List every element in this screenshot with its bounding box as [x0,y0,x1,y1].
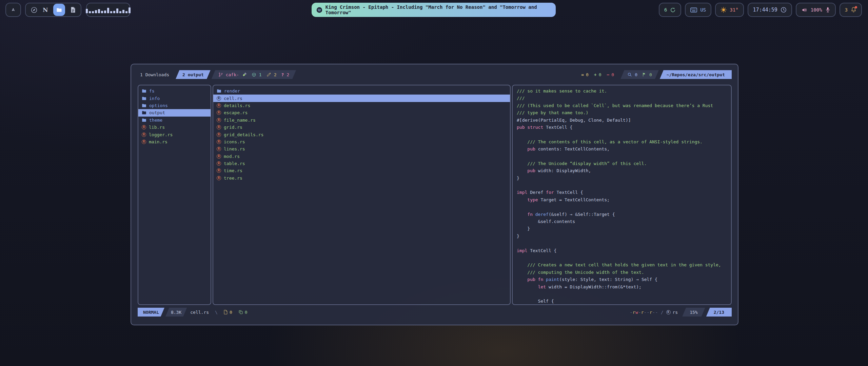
code-line: /// The contents of this cell, as a vect… [517,138,727,145]
file-row-time-rs[interactable]: Rtime.rs [213,167,510,174]
mode-indicator: NORMAL [138,308,164,317]
rust-file-icon: R [217,176,221,180]
code-line: pub fn paint(style: Style, text: String)… [517,276,727,283]
file-name-label: info [149,96,160,101]
file-name-label: cell.rs [224,96,242,101]
code-line [517,182,727,189]
code-line: } [517,175,727,182]
folder-icon [142,103,146,108]
file-manager-icon[interactable] [53,4,65,16]
terminal-window: 1 Downloads 2 output cafk- [131,64,738,325]
code-line: pub width: DisplayWidth, [517,167,727,174]
file-name-label: escape.rs [224,110,248,115]
update-icon [670,7,676,13]
file-row-info[interactable]: info [138,95,211,102]
rust-file-icon: R [142,133,146,137]
file-row-fs[interactable]: fs [138,87,211,95]
tab-output-active[interactable]: 2 output [176,70,211,79]
file-permissions: -rw-r--r-- [630,310,658,315]
file-row-grid-rs[interactable]: Rgrid.rs [213,124,510,131]
visualizer-bar [89,11,91,13]
rust-file-icon: R [217,110,221,115]
keyboard-layout-widget[interactable]: US [685,3,711,17]
visualizer-bar [113,11,115,13]
file-row-theme[interactable]: theme [138,117,211,124]
file-name-label: main.rs [149,139,167,144]
tab-downloads[interactable]: 1 Downloads [139,72,175,77]
file-row-logger-rs[interactable]: Rlogger.rs [138,131,211,138]
code-line: /// so it makes sense to cache it. [517,87,727,95]
dock: N [25,3,81,17]
file-row-grid-details-rs[interactable]: Rgrid_details.rs [213,131,510,138]
file-name-label: output [149,110,165,115]
file-row-main-rs[interactable]: Rmain.rs [138,138,211,145]
code-line [517,240,727,247]
code-line: impl Deref for TextCell { [517,189,727,196]
folder-icon [142,110,146,115]
code-line [517,290,727,298]
file-name-label: grid.rs [224,125,242,130]
clock-widget[interactable]: 17:44:59 [748,3,792,17]
file-row-output[interactable]: output [138,109,211,116]
visualizer-bar [92,11,94,13]
notifications-widget[interactable]: 3 [840,3,862,17]
rust-file-icon: R [217,125,221,129]
file-row-details-rs[interactable]: Rdetails.rs [213,102,510,109]
now-playing-widget[interactable]: King Crimson - Epitaph - Including "Marc… [312,3,556,17]
file-row-tree-rs[interactable]: Rtree.rs [213,175,510,182]
weather-widget[interactable]: 31° [715,3,744,17]
new-tasks: 0 [223,310,232,315]
keyboard-icon [690,7,697,13]
temperature-label: 31° [730,7,738,13]
code-line: } [517,225,727,232]
file-row-mod-rs[interactable]: Rmod.rs [213,153,510,160]
search-count: 0 [635,72,637,77]
pencil-icon [267,72,271,77]
file-row-lib-rs[interactable]: Rlib.rs [138,124,211,131]
launcher-arrow-icon [11,6,16,13]
file-row-table-rs[interactable]: Rtable.rs [213,160,510,167]
time-label: 17:44:59 [753,7,777,13]
notification-count: 3 [845,7,848,13]
stat-added: +0 [594,72,601,77]
cwd-path[interactable]: ~/Repos/eza/src/output [660,70,732,79]
file-row-options[interactable]: options [138,102,211,109]
file-name-label: options [149,103,168,108]
file-name-label: logger.rs [149,132,173,137]
scroll-percent: 15% [682,308,705,317]
code-line: pub contents: TextCellContents, [517,145,727,152]
preview-pane[interactable]: /// so it makes sense to cache it.//////… [512,85,732,305]
stat-removed: −0 [607,72,614,77]
code-line: /// [517,95,727,102]
launcher-button[interactable] [5,3,21,17]
code-line [517,254,727,261]
package-icon [252,72,256,77]
file-row-cell-rs[interactable]: Rcell.rs [213,95,510,102]
keyboard-layout-label: US [700,7,706,13]
file-row-icons-rs[interactable]: Ricons.rs [213,138,510,145]
code-line: let width = DisplayWidth::from(&*text); [517,283,727,290]
file-row-escape-rs[interactable]: Rescape.rs [213,109,510,116]
current-filename: cell.rs [190,310,209,315]
document-app-icon[interactable] [70,6,76,13]
speaker-icon [801,7,808,13]
browser-icon[interactable] [31,6,38,14]
file-row-file-name-rs[interactable]: Rfile_name.rs [213,117,510,124]
git-branch-icon [218,72,223,77]
file-row-render[interactable]: render [213,87,510,95]
code-line: /// Creates a new text cell that holds t… [517,261,727,268]
file-row-lines-rs[interactable]: Rlines.rs [213,145,510,152]
rust-file-icon: R [217,96,221,101]
file-name-label: lib.rs [149,125,165,130]
code-line: /// (This used to be called `Cell`, but … [517,102,727,109]
code-line: fn deref(&self) → &Self::Target { [517,211,727,218]
yazi-header: 1 Downloads 2 output cafk- [139,70,732,79]
volume-widget[interactable]: 100% [796,3,836,17]
current-pane: renderRcell.rsRdetails.rsRescape.rsRfile… [213,85,511,305]
rust-filetype-icon: R [666,310,671,314]
rust-file-icon: R [217,154,221,159]
updates-widget[interactable]: 6 [659,3,681,17]
folder-icon [142,96,146,101]
notes-app-icon[interactable]: N [43,6,48,13]
cursor-position: 2/13 [706,308,732,317]
